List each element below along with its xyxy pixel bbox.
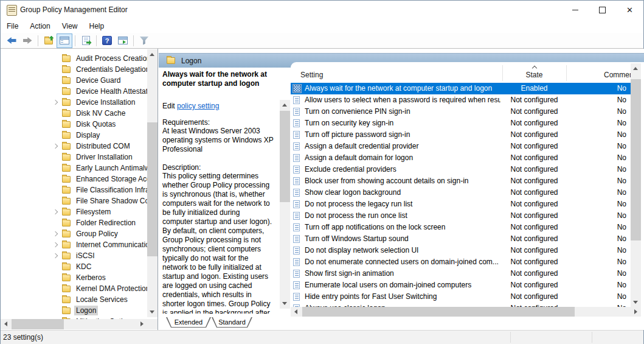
tree-item-internet-communication-management[interactable]: Internet Communication Management bbox=[1, 239, 147, 250]
setting-row[interactable]: Do not process the run once listNot conf… bbox=[291, 210, 631, 222]
column-header-comment[interactable]: Comment bbox=[566, 71, 635, 79]
folder-icon bbox=[62, 286, 71, 292]
expand-chevron-icon[interactable] bbox=[52, 254, 62, 258]
tree-item-label: Device Installation bbox=[74, 97, 137, 107]
setting-row[interactable]: Exclude credential providersNot configur… bbox=[291, 164, 631, 175]
folder-icon bbox=[62, 77, 71, 84]
tree-item-display[interactable]: Display bbox=[1, 130, 147, 141]
scroll-right-icon[interactable] bbox=[634, 309, 637, 314]
tree-vertical-scrollbar[interactable] bbox=[147, 49, 158, 317]
tree-hscroll-thumb[interactable] bbox=[12, 319, 64, 329]
menu-item-help[interactable]: Help bbox=[84, 20, 110, 32]
tree-item-distributed-com[interactable]: Distributed COM bbox=[1, 141, 147, 152]
setting-row[interactable]: Hide entry points for Fast User Switchin… bbox=[291, 291, 631, 303]
scroll-down-icon[interactable] bbox=[282, 302, 287, 305]
tree-item-iscsi[interactable]: iSCSI bbox=[1, 250, 147, 261]
help-button[interactable]: ? bbox=[100, 34, 114, 47]
tree-item-kdc[interactable]: KDC bbox=[1, 261, 147, 272]
setting-row[interactable]: Assign a default domain for logonNot con… bbox=[291, 152, 631, 164]
tree-item-credentials-delegation[interactable]: Credentials Delegation bbox=[1, 64, 147, 75]
menu-item-action[interactable]: Action bbox=[24, 20, 55, 32]
list-vscroll-thumb[interactable] bbox=[631, 79, 641, 240]
folder-icon bbox=[62, 209, 71, 216]
expand-chevron-icon[interactable] bbox=[52, 243, 62, 247]
tree-horizontal-scrollbar[interactable] bbox=[1, 319, 147, 329]
column-separator[interactable] bbox=[502, 65, 503, 81]
tree-item-logon[interactable]: Logon bbox=[1, 305, 147, 316]
scroll-down-icon[interactable] bbox=[633, 301, 638, 304]
tree-vscroll-thumb[interactable] bbox=[147, 122, 158, 256]
list-hscroll-thumb[interactable] bbox=[302, 307, 575, 317]
tree-item-audit-process-creation[interactable]: Audit Process Creation bbox=[1, 53, 147, 64]
scroll-left-icon[interactable] bbox=[4, 321, 7, 326]
column-header-state[interactable]: State bbox=[502, 71, 566, 79]
scroll-right-icon[interactable] bbox=[140, 321, 144, 326]
setting-row[interactable]: Do not enumerate connected users on doma… bbox=[291, 256, 631, 268]
back-button[interactable] bbox=[4, 34, 19, 47]
filter-button[interactable] bbox=[137, 34, 151, 47]
export-list-button[interactable] bbox=[78, 34, 93, 47]
tree-item-disk-nv-cache[interactable]: Disk NV Cache bbox=[1, 108, 147, 119]
tree-item-file-classification-infrastructure[interactable]: File Classification Infrastructure bbox=[1, 184, 147, 195]
tree-item-locale-services[interactable]: Locale Services bbox=[1, 294, 147, 305]
tree-item-kernel-dma-protection[interactable]: Kernel DMA Protection bbox=[1, 283, 147, 294]
description-scroll-thumb[interactable] bbox=[280, 111, 290, 202]
edit-policy-setting-link[interactable]: policy setting bbox=[177, 102, 219, 110]
scroll-left-icon[interactable] bbox=[294, 309, 297, 314]
tab-extended[interactable]: Extended bbox=[166, 317, 211, 328]
setting-row[interactable]: Turn on convenience PIN sign-inNot confi… bbox=[291, 106, 631, 118]
expand-chevron-icon[interactable] bbox=[52, 210, 62, 214]
setting-row[interactable]: Do not display network selection UINot c… bbox=[291, 245, 631, 256]
column-separator[interactable] bbox=[566, 65, 567, 81]
tree-item-filesystem[interactable]: Filesystem bbox=[1, 206, 147, 217]
tree-item-device-health-attestation[interactable]: Device Health Attestation bbox=[1, 86, 147, 97]
tree-item-kerberos[interactable]: Kerberos bbox=[1, 272, 147, 283]
tree-item-disk-quotas[interactable]: Disk Quotas bbox=[1, 119, 147, 130]
setting-row[interactable]: Show clear logon backgroundNot configure… bbox=[291, 187, 631, 198]
setting-row[interactable]: Allow users to select when a password is… bbox=[291, 94, 631, 106]
setting-row[interactable]: Enumerate local users on domain-joined c… bbox=[291, 279, 631, 291]
tree-item-folder-redirection[interactable]: Folder Redirection bbox=[1, 217, 147, 228]
scroll-up-icon[interactable] bbox=[633, 67, 638, 70]
setting-comment: No bbox=[566, 175, 626, 187]
expand-chevron-icon[interactable] bbox=[52, 100, 62, 104]
tree-item-label: File Share Shadow Copy Provider bbox=[74, 196, 147, 206]
menu-item-view[interactable]: View bbox=[57, 20, 83, 32]
setting-row[interactable]: Turn off Windows Startup soundNot config… bbox=[291, 233, 631, 245]
menu-item-file[interactable]: File bbox=[1, 20, 24, 32]
setting-row[interactable]: Always use classic logonNot configuredNo bbox=[291, 303, 631, 307]
expand-chevron-icon[interactable] bbox=[52, 144, 62, 148]
show-console-tree-button[interactable] bbox=[57, 34, 72, 47]
setting-row[interactable]: Block user from showing account details … bbox=[291, 175, 631, 187]
scroll-up-icon[interactable] bbox=[150, 53, 154, 56]
maximize-button[interactable] bbox=[589, 1, 616, 19]
forward-button[interactable] bbox=[20, 34, 35, 47]
tree-item-enhanced-storage-access[interactable]: Enhanced Storage Access bbox=[1, 174, 147, 184]
list-vertical-scrollbar[interactable] bbox=[631, 63, 641, 307]
setting-name: Hide entry points for Fast User Switchin… bbox=[305, 291, 500, 303]
setting-row[interactable]: Turn off picture password sign-inNot con… bbox=[291, 129, 631, 141]
setting-row[interactable]: Turn on security key sign-inNot configur… bbox=[291, 118, 631, 129]
setting-row[interactable]: Always wait for the network at computer … bbox=[291, 83, 631, 94]
tab-standard[interactable]: Standard bbox=[212, 317, 252, 328]
setting-row[interactable]: Do not process the legacy run listNot co… bbox=[291, 198, 631, 210]
tree-item-file-share-shadow-copy-provider[interactable]: File Share Shadow Copy Provider bbox=[1, 195, 147, 206]
close-button[interactable]: ✕ bbox=[616, 1, 643, 19]
tree-item-early-launch-antimalware[interactable]: Early Launch Antimalware bbox=[1, 163, 147, 174]
tree-item-device-installation[interactable]: Device Installation bbox=[1, 97, 147, 108]
tree-item-device-guard[interactable]: Device Guard bbox=[1, 75, 147, 86]
tree-item-driver-installation[interactable]: Driver Installation bbox=[1, 152, 147, 163]
description-scrollbar[interactable] bbox=[280, 100, 290, 309]
scroll-up-icon[interactable] bbox=[282, 104, 287, 107]
scroll-down-icon[interactable] bbox=[150, 311, 154, 314]
tree-item-group-policy[interactable]: Group Policy bbox=[1, 228, 147, 239]
column-header-setting[interactable]: Setting bbox=[300, 71, 323, 79]
list-horizontal-scrollbar[interactable] bbox=[291, 307, 641, 317]
setting-row[interactable]: Assign a default credential providerNot … bbox=[291, 141, 631, 152]
expand-chevron-icon[interactable] bbox=[52, 232, 62, 236]
show-window-button[interactable] bbox=[116, 34, 130, 47]
setting-row[interactable]: Show first sign-in animationNot configur… bbox=[291, 268, 631, 279]
setting-row[interactable]: Turn off app notifications on the lock s… bbox=[291, 222, 631, 233]
minimize-button[interactable] bbox=[561, 1, 589, 19]
up-one-level-button[interactable] bbox=[41, 34, 56, 47]
